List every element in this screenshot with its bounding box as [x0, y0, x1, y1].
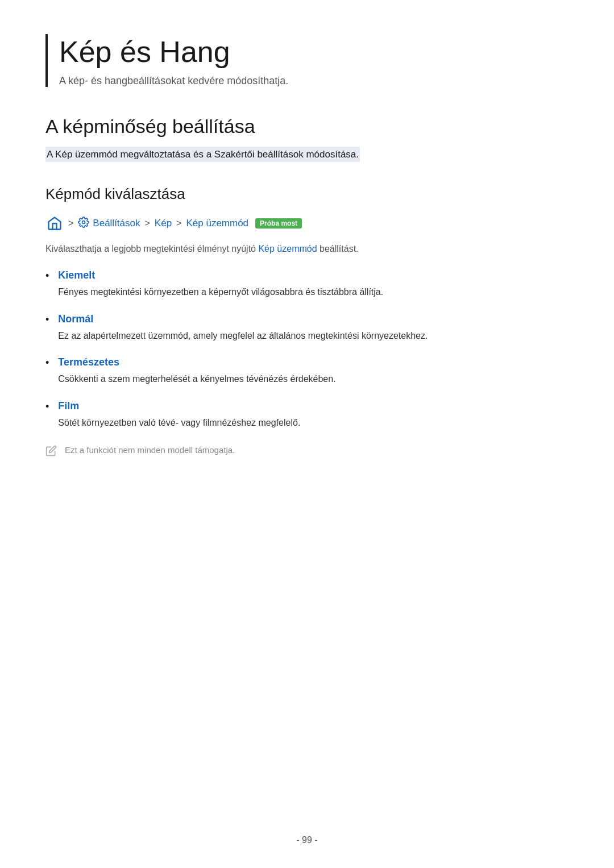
breadcrumb-mode[interactable]: Kép üzemmód [186, 218, 248, 229]
section1-description: A Kép üzemmód megváltoztatása és a Szaké… [45, 147, 360, 162]
section2-desc-link: Kép üzemmód [258, 244, 317, 254]
breadcrumb-kep[interactable]: Kép [155, 218, 172, 229]
page-number: - 99 - [296, 835, 317, 845]
breadcrumb-sep1: > [68, 218, 73, 229]
list-item: • Kiemelt Fényes megtekintési környezetb… [45, 269, 569, 300]
svg-point-0 [82, 221, 85, 223]
list-item-content-1: Kiemelt Fényes megtekintési környezetben… [58, 269, 569, 300]
list-item: • Normál Ez az alapértelmezett üzemmód, … [45, 313, 569, 343]
section1-heading: A képminőség beállítása [45, 115, 569, 138]
section2-description: Kiválaszthatja a legjobb megtekintési él… [45, 242, 569, 256]
section2-desc-text: Kiválaszthatja a legjobb megtekintési él… [45, 244, 258, 254]
list-item-content-4: Film Sötét környezetben való tévé- vagy … [58, 400, 569, 430]
list-section: • Kiemelt Fényes megtekintési környezetb… [45, 269, 569, 430]
section1: A képminőség beállítása A Kép üzemmód me… [45, 115, 569, 162]
list-item-desc-2: Ez az alapértelmezett üzemmód, amely meg… [58, 329, 569, 343]
bullet-4: • [45, 401, 49, 413]
breadcrumb-nav: > Beállítások > Kép > Kép üzemmód Próba … [45, 214, 569, 232]
bullet-2: • [45, 314, 49, 326]
list-item-content-3: Természetes Csökkenti a szem megterhelés… [58, 356, 569, 387]
page-title: Kép és Hang [59, 34, 569, 69]
section2: Képmód kiválasztása > Beállítások > Ké [45, 185, 569, 458]
page-header: Kép és Hang A kép- és hangbeállításokat … [45, 34, 569, 87]
page-subtitle: A kép- és hangbeállításokat kedvére módo… [59, 75, 569, 87]
note-section: Ezt a funkciót nem minden modell támogat… [45, 444, 569, 458]
note-text: Ezt a funkciót nem minden modell támogat… [65, 444, 235, 457]
gear-icon [78, 217, 89, 230]
breadcrumb-sep3: > [176, 218, 181, 229]
list-item-content-2: Normál Ez az alapértelmezett üzemmód, am… [58, 313, 569, 343]
breadcrumb-settings[interactable]: Beállítások [93, 218, 140, 229]
trial-badge: Próba most [255, 218, 302, 229]
list-item-desc-4: Sötét környezetben való tévé- vagy filmn… [58, 416, 569, 430]
pencil-icon [45, 445, 58, 458]
list-item-title-3: Természetes [58, 356, 569, 368]
page-footer: - 99 - [0, 835, 614, 845]
bullet-1: • [45, 270, 49, 282]
section2-desc-end: beállítást. [317, 244, 359, 254]
breadcrumb-sep2: > [145, 218, 150, 229]
bullet-3: • [45, 357, 49, 369]
home-icon [45, 214, 64, 232]
list-item-title-1: Kiemelt [58, 269, 569, 281]
list-item-title-4: Film [58, 400, 569, 412]
list-item-desc-1: Fényes megtekintési környezetben a képer… [58, 285, 569, 300]
section2-heading: Képmód kiválasztása [45, 185, 569, 203]
list-item-title-2: Normál [58, 313, 569, 325]
list-item: • Film Sötét környezetben való tévé- vag… [45, 400, 569, 430]
list-item-desc-3: Csökkenti a szem megterhelését a kényelm… [58, 372, 569, 387]
list-item: • Természetes Csökkenti a szem megterhel… [45, 356, 569, 387]
